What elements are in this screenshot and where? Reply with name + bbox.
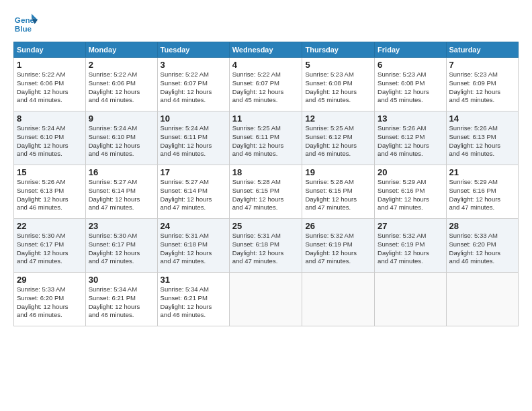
calendar-cell: 24 Sunrise: 5:31 AM Sunset: 6:18 PM Dayl… <box>157 219 229 273</box>
calendar-cell: 2 Sunrise: 5:22 AM Sunset: 6:06 PM Dayli… <box>85 58 157 111</box>
day-number: 3 <box>161 60 226 70</box>
page: General Blue SundayMondayTuesdayWednesda… <box>0 0 532 411</box>
calendar-cell: 4 Sunrise: 5:22 AM Sunset: 6:07 PM Dayli… <box>229 58 302 111</box>
day-number: 15 <box>17 167 83 177</box>
day-number: 24 <box>161 221 226 231</box>
day-info: Sunrise: 5:34 AM Sunset: 6:21 PM Dayligh… <box>161 285 226 320</box>
day-number: 11 <box>232 113 300 124</box>
day-info: Sunrise: 5:28 AM Sunset: 6:15 PM Dayligh… <box>305 178 371 212</box>
day-info: Sunrise: 5:24 AM Sunset: 6:10 PM Dayligh… <box>17 124 83 158</box>
day-number: 23 <box>89 221 154 231</box>
day-info: Sunrise: 5:26 AM Sunset: 6:12 PM Dayligh… <box>378 124 443 158</box>
day-number: 7 <box>449 60 515 70</box>
day-number: 19 <box>305 167 371 177</box>
calendar-cell: 25 Sunrise: 5:31 AM Sunset: 6:18 PM Dayl… <box>229 219 302 273</box>
weekday-header-thursday: Thursday <box>302 42 375 58</box>
day-number: 13 <box>378 113 443 124</box>
day-info: Sunrise: 5:32 AM Sunset: 6:19 PM Dayligh… <box>378 232 443 266</box>
day-info: Sunrise: 5:33 AM Sunset: 6:20 PM Dayligh… <box>449 232 515 266</box>
calendar-cell: 5 Sunrise: 5:23 AM Sunset: 6:08 PM Dayli… <box>302 58 375 111</box>
calendar-cell: 7 Sunrise: 5:23 AM Sunset: 6:09 PM Dayli… <box>446 58 518 111</box>
calendar-cell: 19 Sunrise: 5:28 AM Sunset: 6:15 PM Dayl… <box>302 165 375 219</box>
day-info: Sunrise: 5:24 AM Sunset: 6:10 PM Dayligh… <box>89 124 154 158</box>
day-info: Sunrise: 5:22 AM Sunset: 6:07 PM Dayligh… <box>232 71 300 105</box>
day-number: 26 <box>305 221 371 231</box>
day-info: Sunrise: 5:22 AM Sunset: 6:07 PM Dayligh… <box>161 71 226 105</box>
calendar-cell: 9 Sunrise: 5:24 AM Sunset: 6:10 PM Dayli… <box>85 111 157 165</box>
day-info: Sunrise: 5:31 AM Sunset: 6:18 PM Dayligh… <box>161 232 226 266</box>
calendar-table: SundayMondayTuesdayWednesdayThursdayFrid… <box>13 42 519 326</box>
calendar-cell: 18 Sunrise: 5:28 AM Sunset: 6:15 PM Dayl… <box>229 165 302 219</box>
calendar-cell <box>375 273 446 326</box>
day-number: 16 <box>89 167 154 177</box>
weekday-header-sunday: Sunday <box>14 42 86 58</box>
calendar-cell: 14 Sunrise: 5:26 AM Sunset: 6:13 PM Dayl… <box>446 111 518 165</box>
day-number: 4 <box>232 60 300 70</box>
calendar-cell: 29 Sunrise: 5:33 AM Sunset: 6:20 PM Dayl… <box>14 273 86 326</box>
calendar-cell <box>446 273 518 326</box>
day-number: 20 <box>378 167 443 177</box>
day-number: 17 <box>161 167 226 177</box>
day-number: 6 <box>378 60 443 70</box>
calendar-cell: 10 Sunrise: 5:24 AM Sunset: 6:11 PM Dayl… <box>157 111 229 165</box>
day-number: 29 <box>17 275 83 285</box>
day-info: Sunrise: 5:27 AM Sunset: 6:14 PM Dayligh… <box>89 178 154 212</box>
calendar-cell: 3 Sunrise: 5:22 AM Sunset: 6:07 PM Dayli… <box>157 58 229 111</box>
svg-text:Blue: Blue <box>15 24 32 33</box>
day-number: 27 <box>378 221 443 231</box>
day-number: 8 <box>17 113 83 124</box>
calendar-cell: 16 Sunrise: 5:27 AM Sunset: 6:14 PM Dayl… <box>85 165 157 219</box>
day-number: 1 <box>17 60 83 70</box>
day-info: Sunrise: 5:22 AM Sunset: 6:06 PM Dayligh… <box>89 71 154 105</box>
calendar-cell: 15 Sunrise: 5:26 AM Sunset: 6:13 PM Dayl… <box>14 165 86 219</box>
calendar-cell: 26 Sunrise: 5:32 AM Sunset: 6:19 PM Dayl… <box>302 219 375 273</box>
calendar-cell: 17 Sunrise: 5:27 AM Sunset: 6:14 PM Dayl… <box>157 165 229 219</box>
weekday-header-saturday: Saturday <box>446 42 518 58</box>
day-info: Sunrise: 5:26 AM Sunset: 6:13 PM Dayligh… <box>449 124 515 158</box>
calendar-cell: 30 Sunrise: 5:34 AM Sunset: 6:21 PM Dayl… <box>85 273 157 326</box>
day-info: Sunrise: 5:28 AM Sunset: 6:15 PM Dayligh… <box>232 178 300 212</box>
weekday-header-tuesday: Tuesday <box>157 42 229 58</box>
logo: General Blue <box>13 11 40 35</box>
day-number: 25 <box>232 221 300 231</box>
day-info: Sunrise: 5:27 AM Sunset: 6:14 PM Dayligh… <box>161 178 226 212</box>
day-number: 21 <box>449 167 515 177</box>
calendar-cell: 13 Sunrise: 5:26 AM Sunset: 6:12 PM Dayl… <box>375 111 446 165</box>
day-number: 30 <box>89 275 154 285</box>
day-number: 18 <box>232 167 300 177</box>
day-info: Sunrise: 5:24 AM Sunset: 6:11 PM Dayligh… <box>161 124 226 158</box>
calendar-cell: 20 Sunrise: 5:29 AM Sunset: 6:16 PM Dayl… <box>375 165 446 219</box>
calendar-cell: 23 Sunrise: 5:30 AM Sunset: 6:17 PM Dayl… <box>85 219 157 273</box>
header: General Blue <box>13 11 519 35</box>
day-number: 14 <box>449 113 515 124</box>
day-info: Sunrise: 5:26 AM Sunset: 6:13 PM Dayligh… <box>17 178 83 212</box>
weekday-header-wednesday: Wednesday <box>229 42 302 58</box>
day-number: 9 <box>89 113 154 124</box>
day-number: 10 <box>161 113 226 124</box>
calendar-cell: 31 Sunrise: 5:34 AM Sunset: 6:21 PM Dayl… <box>157 273 229 326</box>
calendar-cell: 12 Sunrise: 5:25 AM Sunset: 6:12 PM Dayl… <box>302 111 375 165</box>
day-info: Sunrise: 5:33 AM Sunset: 6:20 PM Dayligh… <box>17 285 83 320</box>
day-info: Sunrise: 5:23 AM Sunset: 6:09 PM Dayligh… <box>449 71 515 105</box>
day-number: 2 <box>89 60 154 70</box>
calendar-cell <box>302 273 375 326</box>
day-info: Sunrise: 5:22 AM Sunset: 6:06 PM Dayligh… <box>17 71 83 105</box>
day-info: Sunrise: 5:23 AM Sunset: 6:08 PM Dayligh… <box>305 71 371 105</box>
calendar-cell: 27 Sunrise: 5:32 AM Sunset: 6:19 PM Dayl… <box>375 219 446 273</box>
calendar-cell: 28 Sunrise: 5:33 AM Sunset: 6:20 PM Dayl… <box>446 219 518 273</box>
day-info: Sunrise: 5:29 AM Sunset: 6:16 PM Dayligh… <box>449 178 515 212</box>
day-info: Sunrise: 5:30 AM Sunset: 6:17 PM Dayligh… <box>89 232 154 266</box>
calendar-cell <box>229 273 302 326</box>
day-info: Sunrise: 5:29 AM Sunset: 6:16 PM Dayligh… <box>378 178 443 212</box>
weekday-header-monday: Monday <box>85 42 157 58</box>
day-info: Sunrise: 5:34 AM Sunset: 6:21 PM Dayligh… <box>89 285 154 320</box>
day-number: 22 <box>17 221 83 231</box>
day-info: Sunrise: 5:31 AM Sunset: 6:18 PM Dayligh… <box>232 232 300 266</box>
calendar-cell: 1 Sunrise: 5:22 AM Sunset: 6:06 PM Dayli… <box>14 58 86 111</box>
logo-icon: General Blue <box>13 11 38 35</box>
day-info: Sunrise: 5:32 AM Sunset: 6:19 PM Dayligh… <box>305 232 371 266</box>
day-number: 28 <box>449 221 515 231</box>
day-info: Sunrise: 5:25 AM Sunset: 6:11 PM Dayligh… <box>232 124 300 158</box>
calendar-cell: 8 Sunrise: 5:24 AM Sunset: 6:10 PM Dayli… <box>14 111 86 165</box>
day-info: Sunrise: 5:30 AM Sunset: 6:17 PM Dayligh… <box>17 232 83 266</box>
